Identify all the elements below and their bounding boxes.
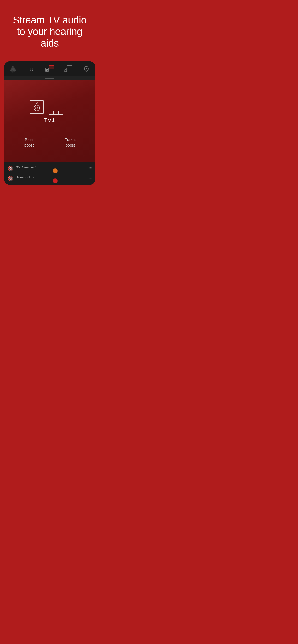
svg-point-8 xyxy=(86,68,87,70)
surroundings-slider-thumb[interactable] xyxy=(53,178,58,183)
svg-rect-4 xyxy=(67,66,72,69)
tab-tv[interactable] xyxy=(59,64,77,74)
svg-point-6 xyxy=(65,70,66,71)
tab-tv-active[interactable] xyxy=(41,64,59,74)
controls-section: 🔇 TV Streamer 1 ≡ 🔇 Surroundings xyxy=(4,162,95,185)
svg-point-11 xyxy=(36,107,38,109)
tv-streamer-menu-icon[interactable]: ≡ xyxy=(89,166,92,170)
nature-icon: 🌲 xyxy=(9,66,17,73)
svg-point-10 xyxy=(34,105,40,111)
surroundings-mute-icon[interactable]: 🔇 xyxy=(8,176,14,181)
tv-streamer-label-group: TV Streamer 1 xyxy=(14,166,87,171)
boost-section: Bassboost Trebleboost xyxy=(9,132,91,154)
music-icon: ♫ xyxy=(29,66,34,73)
tv-streamer-slider-track[interactable] xyxy=(16,170,87,171)
bass-boost-label: Bassboost xyxy=(25,138,34,147)
tv-streamer-slider-wrapper xyxy=(16,170,87,171)
tab-music[interactable]: ♫ xyxy=(22,64,40,74)
surroundings-label-group: Surroundings xyxy=(14,176,87,181)
hero-title: Stream TV audio to your hearing aids xyxy=(7,14,92,49)
svg-point-12 xyxy=(36,102,37,104)
tv-streamer-slider-thumb[interactable] xyxy=(53,168,58,173)
hearing-icon xyxy=(83,66,89,72)
tv-icon-wrapper xyxy=(29,96,70,115)
surroundings-label: Surroundings xyxy=(16,176,87,179)
svg-rect-3 xyxy=(49,66,54,69)
tab-hearing[interactable] xyxy=(77,64,95,74)
tv-icon xyxy=(63,66,72,72)
svg-point-2 xyxy=(46,70,48,71)
tv-streamer-control: 🔇 TV Streamer 1 ≡ xyxy=(8,166,92,171)
screen-content: TV1 Bassboost Trebleboost xyxy=(4,80,95,162)
tv-screen-svg xyxy=(44,96,70,115)
surroundings-slider-track[interactable] xyxy=(16,181,87,181)
tv-active-icon xyxy=(45,66,54,72)
speaker-svg xyxy=(29,96,46,115)
handle-bar xyxy=(45,78,54,79)
surroundings-menu-icon[interactable]: ≡ xyxy=(89,176,92,181)
tv-streamer-mute-icon[interactable]: 🔇 xyxy=(8,166,14,171)
surroundings-slider-wrapper xyxy=(16,181,87,181)
tv-streamer-label: TV Streamer 1 xyxy=(16,166,87,169)
svg-rect-13 xyxy=(44,96,68,111)
tab-bar: 🌲 ♫ xyxy=(4,61,95,76)
device-label: TV1 xyxy=(44,117,55,124)
phone-mockup: 🌲 ♫ xyxy=(4,61,95,185)
treble-boost-button[interactable]: Trebleboost xyxy=(50,132,91,154)
tv-illustration: TV1 xyxy=(29,96,70,124)
hero-section: Stream TV audio to your hearing aids xyxy=(0,0,99,59)
surroundings-control: 🔇 Surroundings ≡ xyxy=(8,176,92,181)
tab-nature[interactable]: 🌲 xyxy=(4,64,22,74)
treble-boost-label: Trebleboost xyxy=(65,138,76,147)
tv-streamer-slider-fill xyxy=(16,170,55,171)
surroundings-slider-fill xyxy=(16,181,55,181)
bass-boost-button[interactable]: Bassboost xyxy=(9,132,50,154)
